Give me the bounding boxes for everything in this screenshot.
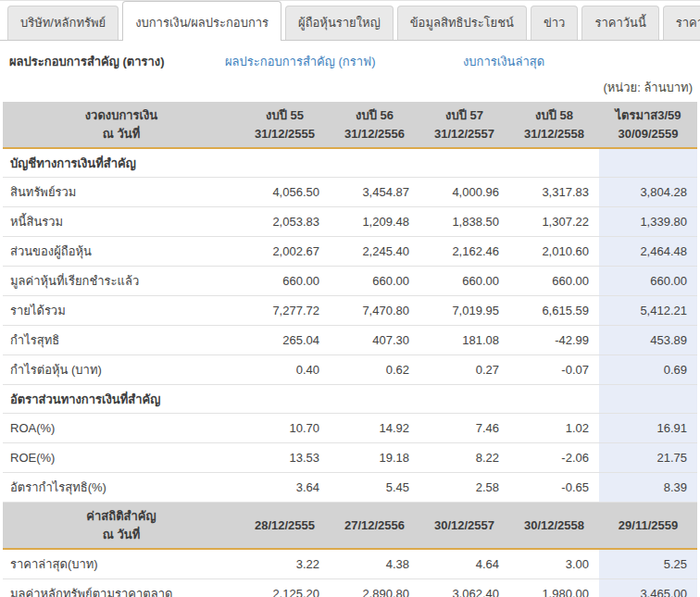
table-row: มูลค่าหลักทรัพย์ตามราคาตลาด2,125.202,890… <box>3 579 697 597</box>
cell-value: 2,002.67 <box>240 244 330 258</box>
row-label: ROA(%) <box>3 421 240 435</box>
cell-value: 2,053.83 <box>240 215 330 229</box>
subnav-performance-graph-link[interactable]: ผลประกอบการสำคัญ (กราฟ) <box>225 52 463 71</box>
cell-value: 4,056.50 <box>240 185 330 199</box>
table-row: ส่วนของผู้ถือหุ้น2,002.672,245.402,162.4… <box>3 237 697 267</box>
cell-value-latest: 16.91 <box>599 414 697 442</box>
cell-value: 7,277.72 <box>240 304 330 317</box>
period-name: ไตรมาส3/59 <box>599 106 697 125</box>
table-row: ROE(%)13.5319.188.22-2.0621.75 <box>3 443 697 473</box>
row-label: หนี้สินรวม <box>3 212 240 231</box>
cell-value: 3.00 <box>509 557 599 571</box>
cell-value-latest: 1,339.80 <box>599 207 697 236</box>
cell-value-latest: 2,464.48 <box>599 237 697 266</box>
cell-value: 3,317.83 <box>509 185 599 199</box>
section-title: อัตราส่วนทางการเงินที่สำคัญ <box>3 390 240 409</box>
subnav-latest-financials-link[interactable]: งบการเงินล่าสุด <box>463 52 544 71</box>
period-column-header: งบปี 5531/12/2555 <box>240 102 330 147</box>
cell-value-latest: 5.25 <box>599 550 697 578</box>
cell-value: 6,615.59 <box>509 304 599 317</box>
stats-date-header: 27/12/2556 <box>330 512 419 540</box>
subnav-performance-table-link[interactable]: ผลประกอบการสำคัญ (ตาราง) <box>9 52 225 71</box>
period-header-row: งวดงบการเงิน ณ วันที่ งบปี 5531/12/2555ง… <box>3 102 697 149</box>
highlight-empty-cell <box>599 385 697 413</box>
period-name: งบปี 58 <box>509 106 599 125</box>
cell-value: 660.00 <box>240 274 330 288</box>
cell-value: 3,062.40 <box>419 587 509 597</box>
company-financials-page: บริษัท/หลักทรัพย์งบการเงิน/ผลประกอบการผู… <box>0 0 700 597</box>
period-date: 31/12/2556 <box>330 125 419 143</box>
cell-value: 4,000.96 <box>419 185 509 199</box>
tab-financials[interactable]: งบการเงิน/ผลประกอบการ <box>122 1 281 41</box>
row-label: กำไรต่อหุ้น (บาท) <box>3 360 240 379</box>
period-header-label: งวดงบการเงิน ณ วันที่ <box>3 102 240 147</box>
table-row: ราคาล่าสุด(บาท)3.224.384.643.005.25 <box>3 550 697 579</box>
period-column-header: งบปี 5631/12/2556 <box>330 102 419 147</box>
cell-value: 4.64 <box>419 557 509 571</box>
cell-value: 1,980.00 <box>509 587 599 597</box>
cell-value: 1,209.48 <box>330 215 419 229</box>
table-body: บัญชีทางการเงินที่สำคัญสินทรัพย์รวม4,056… <box>3 149 697 503</box>
cell-value: 19.18 <box>330 451 419 465</box>
table-row: มูลค่าหุ้นที่เรียกชำระแล้ว660.00660.0066… <box>3 267 697 296</box>
unit-note: (หน่วย: ล้านบาท) <box>0 75 700 102</box>
cell-value: -2.06 <box>509 451 599 465</box>
tab-news[interactable]: ข่าว <box>531 6 579 40</box>
stats-date-header: 29/11/2559 <box>599 512 697 540</box>
cell-value: -42.99 <box>509 333 599 347</box>
stats-date-header: 30/12/2558 <box>509 512 599 540</box>
cell-value: 3.64 <box>240 480 330 494</box>
cell-value: -0.65 <box>509 480 599 494</box>
cell-value-latest: 21.75 <box>599 443 697 472</box>
cell-value: 14.92 <box>330 421 419 435</box>
table-row: หนี้สินรวม2,053.831,209.481,838.501,307.… <box>3 207 697 237</box>
cell-value: 1,307.22 <box>509 215 599 229</box>
stats-header-row: ค่าสถิติสำคัญ ณ วันที่ 28/12/255527/12/2… <box>3 503 697 550</box>
cell-value: 2,890.80 <box>330 587 419 597</box>
stats-header-label-line1: ค่าสถิติสำคัญ <box>3 507 240 526</box>
stats-date-header: 30/12/2557 <box>419 512 509 540</box>
row-label: มูลค่าหลักทรัพย์ตามราคาตลาด <box>3 584 240 597</box>
stats-date-header: 28/12/2555 <box>240 512 330 540</box>
tab-rights-benefits[interactable]: ข้อมูลสิทธิประโยชน์ <box>397 6 527 40</box>
cell-value: 407.30 <box>330 333 419 347</box>
cell-value: -0.07 <box>509 363 599 377</box>
table-row: ROA(%)10.7014.927.461.0216.91 <box>3 414 697 443</box>
tab-company-profile[interactable]: บริษัท/หลักทรัพย์ <box>7 6 119 40</box>
cell-value: 7,470.80 <box>330 304 419 317</box>
cell-value: 10.70 <box>240 421 330 435</box>
row-label: สินทรัพย์รวม <box>3 182 240 202</box>
tab-major-shareholders[interactable]: ผู้ถือหุ้นรายใหญ่ <box>285 6 394 40</box>
period-date: 31/12/2557 <box>419 125 509 143</box>
cell-value: 2,245.40 <box>330 244 419 258</box>
table-row: สินทรัพย์รวม4,056.503,454.874,000.963,31… <box>3 178 697 207</box>
cell-value-latest: 0.69 <box>599 355 697 384</box>
cell-value: 2,125.20 <box>240 587 330 597</box>
cell-value: 0.40 <box>240 363 330 377</box>
cell-value: 4.38 <box>330 557 419 571</box>
period-name: งบปี 56 <box>330 106 419 125</box>
stats-header-label: ค่าสถิติสำคัญ ณ วันที่ <box>3 503 240 548</box>
section-title: บัญชีทางการเงินที่สำคัญ <box>3 154 240 173</box>
cell-value-latest: 3,804.28 <box>599 178 697 206</box>
row-label: รายได้รวม <box>3 301 240 320</box>
cell-value-latest: 660.00 <box>599 267 697 295</box>
financial-table: งวดงบการเงิน ณ วันที่ งบปี 5531/12/2555ง… <box>3 102 697 597</box>
cell-value: 660.00 <box>419 274 509 288</box>
table-row: รายได้รวม7,277.727,470.807,019.956,615.5… <box>3 296 697 326</box>
period-date: 30/09/2559 <box>599 125 697 143</box>
row-label: ROE(%) <box>3 451 240 465</box>
cell-value: 265.04 <box>240 333 330 347</box>
cell-value: 3.22 <box>240 557 330 571</box>
cell-value: 2,010.60 <box>509 244 599 258</box>
highlight-empty-cell <box>599 149 697 177</box>
cell-value: 8.22 <box>419 451 509 465</box>
cell-value-latest: 8.39 <box>599 473 697 502</box>
cell-value: 2.58 <box>419 480 509 494</box>
tab-bar: บริษัท/หลักทรัพย์งบการเงิน/ผลประกอบการผู… <box>0 1 700 41</box>
tab-price-today[interactable]: ราคาวันนี้ <box>581 6 658 40</box>
tab-price-history[interactable]: ราคาย้อนหลัง <box>663 6 700 40</box>
cell-value: 13.53 <box>240 451 330 465</box>
cell-value: 1.02 <box>509 421 599 435</box>
cell-value: 660.00 <box>509 274 599 288</box>
